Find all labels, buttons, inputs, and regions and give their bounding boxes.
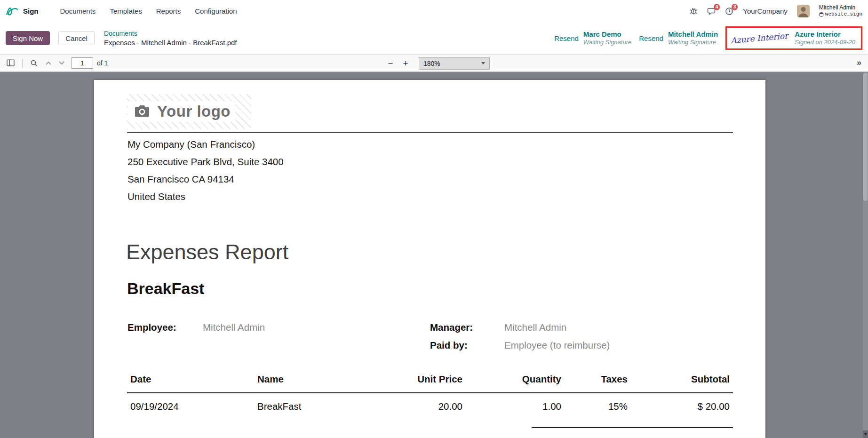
- activities-badge: 3: [732, 4, 738, 10]
- signers-panel: Resend Marc Demo Waiting Signature Resen…: [554, 26, 862, 50]
- user-name: Mitchell Admin: [819, 5, 862, 11]
- company-logo-placeholder: Your logo: [127, 94, 251, 129]
- app-name[interactable]: Sign: [23, 7, 39, 15]
- signer-status: Signed on 2024-09-20: [795, 39, 855, 46]
- report-subtitle: BreakFast: [127, 279, 204, 298]
- menu-templates[interactable]: Templates: [109, 5, 143, 17]
- resend-button[interactable]: Resend: [554, 34, 579, 42]
- cell-unit-price: 20.00: [372, 393, 466, 417]
- previous-page-icon[interactable]: [43, 59, 54, 67]
- signer-name: Mitchell Admin: [668, 30, 718, 39]
- signer-status: Waiting Signature: [583, 39, 631, 46]
- top-navbar: Sign Documents Templates Reports Configu…: [0, 0, 868, 22]
- navbar-right: 4 3 YourCompany Mitchell Admin: [690, 5, 862, 17]
- page-count-label: of 1: [97, 59, 108, 67]
- control-panel: Sign Now Cancel Documents Expenses - Mit…: [0, 22, 868, 54]
- menu-reports[interactable]: Reports: [155, 5, 182, 17]
- database-badge: website_sign: [819, 11, 862, 17]
- cell-taxes: 15%: [565, 393, 631, 417]
- column-header: Date: [127, 368, 254, 393]
- cancel-button[interactable]: Cancel: [58, 31, 95, 45]
- report-title: Expenses Report: [126, 240, 288, 264]
- scroll-down-arrow[interactable]: [863, 430, 868, 438]
- zoom-select[interactable]: 180%: [419, 57, 490, 70]
- employee-value: Mitchell Admin: [203, 322, 265, 333]
- cell-date: 09/19/2024: [127, 393, 254, 417]
- chevron-down-icon: [481, 62, 485, 64]
- zoom-in-button[interactable]: +: [400, 58, 411, 69]
- secondary-toolbar-toggle[interactable]: »: [855, 58, 863, 68]
- control-panel-left: Sign Now Cancel Documents Expenses - Mit…: [6, 30, 237, 47]
- vertical-scrollbar[interactable]: [863, 72, 868, 438]
- address-line: 250 Executive Park Blvd, Suite 3400: [127, 153, 284, 170]
- column-header: Taxes: [565, 368, 631, 393]
- messages-badge: 4: [714, 4, 720, 10]
- signed-signer-highlight-box: Azure Interior Azure Interior Signed on …: [725, 26, 862, 50]
- logo-placeholder-text: Your logo: [157, 103, 231, 120]
- zoom-out-button[interactable]: −: [385, 58, 396, 69]
- menu-configuration[interactable]: Configuration: [194, 5, 238, 17]
- app-window: Sign Documents Templates Reports Configu…: [0, 0, 868, 438]
- next-page-icon[interactable]: [56, 59, 67, 67]
- address-line: United States: [127, 188, 284, 205]
- header-divider: [127, 132, 733, 133]
- column-header: Unit Price: [372, 368, 466, 393]
- scrollbar-thumb[interactable]: [863, 73, 868, 201]
- address-line: San Francisco CA 94134: [127, 170, 284, 188]
- column-header: Name: [254, 368, 372, 393]
- camera-icon: [133, 104, 151, 119]
- paid-by-value: Employee (to reimburse): [504, 340, 610, 351]
- subtotal-divider: [532, 427, 733, 428]
- resend-button[interactable]: Resend: [639, 34, 663, 42]
- cell-subtotal: $ 20.00: [631, 393, 733, 417]
- employee-label: Employee:: [127, 322, 176, 333]
- manager-label: Manager:: [430, 322, 473, 333]
- messages-icon[interactable]: 4: [707, 7, 716, 16]
- user-menu[interactable]: Mitchell Admin website_sign: [819, 5, 862, 17]
- company-switcher[interactable]: YourCompany: [743, 7, 788, 15]
- sign-now-button[interactable]: Sign Now: [6, 31, 50, 45]
- menu-documents[interactable]: Documents: [59, 5, 97, 17]
- activities-icon[interactable]: 3: [725, 7, 733, 16]
- address-line: My Company (San Francisco): [127, 135, 284, 153]
- find-icon[interactable]: [28, 57, 40, 69]
- main-menu: Documents Templates Reports Configuratio…: [59, 5, 238, 17]
- cell-name: BreakFast: [254, 393, 372, 417]
- signer-name: Azure Interior: [795, 30, 855, 39]
- paid-by-label: Paid by:: [430, 340, 468, 351]
- column-header: Subtotal: [631, 368, 733, 393]
- pdf-page: Your logo My Company (San Francisco) 250…: [94, 80, 765, 438]
- database-name: website_sign: [825, 11, 862, 17]
- pdf-viewer: Your logo My Company (San Francisco) 250…: [0, 72, 868, 438]
- table-header-row: Date Name Unit Price Quantity Taxes Subt…: [127, 368, 733, 393]
- signer-name: Marc Demo: [583, 30, 631, 39]
- breadcrumb: Documents Expenses - Mitchell Admin - Br…: [104, 30, 237, 47]
- expenses-table: Date Name Unit Price Quantity Taxes Subt…: [127, 368, 733, 417]
- pdf-toolbar: of 1 − + 180% »: [0, 54, 868, 72]
- column-header: Quantity: [466, 368, 565, 393]
- navbar-left: Sign Documents Templates Reports Configu…: [6, 5, 238, 17]
- signer-item: Resend Marc Demo Waiting Signature: [554, 30, 631, 46]
- zoom-value: 180%: [423, 60, 440, 67]
- toolbar-separator: [22, 59, 23, 67]
- signer-item: Resend Mitchell Admin Waiting Signature: [639, 30, 718, 46]
- sidebar-toggle-icon[interactable]: [5, 57, 16, 69]
- page-number-input[interactable]: [72, 57, 93, 69]
- signature-thumbnail: Azure Interior: [730, 31, 788, 46]
- company-address: My Company (San Francisco) 250 Executive…: [127, 135, 284, 205]
- signer-status: Waiting Signature: [668, 39, 718, 46]
- cell-quantity: 1.00: [466, 393, 565, 417]
- breadcrumb-current: Expenses - Mitchell Admin - BreakFast.pd…: [104, 39, 237, 47]
- bug-icon[interactable]: [690, 7, 698, 15]
- odoo-logo-icon[interactable]: [6, 6, 18, 16]
- table-row: 09/19/2024 BreakFast 20.00 1.00 15% $ 20…: [127, 393, 733, 417]
- user-avatar[interactable]: [797, 5, 810, 17]
- breadcrumb-parent[interactable]: Documents: [104, 30, 237, 37]
- database-icon: [819, 12, 824, 17]
- manager-value: Mitchell Admin: [504, 322, 566, 333]
